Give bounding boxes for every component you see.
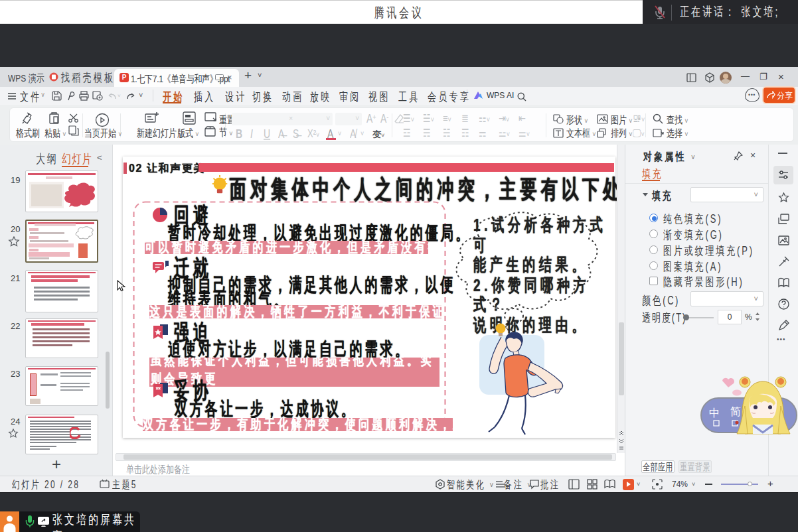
svg-text:中: 中 xyxy=(709,407,720,419)
svg-text:简: 简 xyxy=(730,406,741,417)
